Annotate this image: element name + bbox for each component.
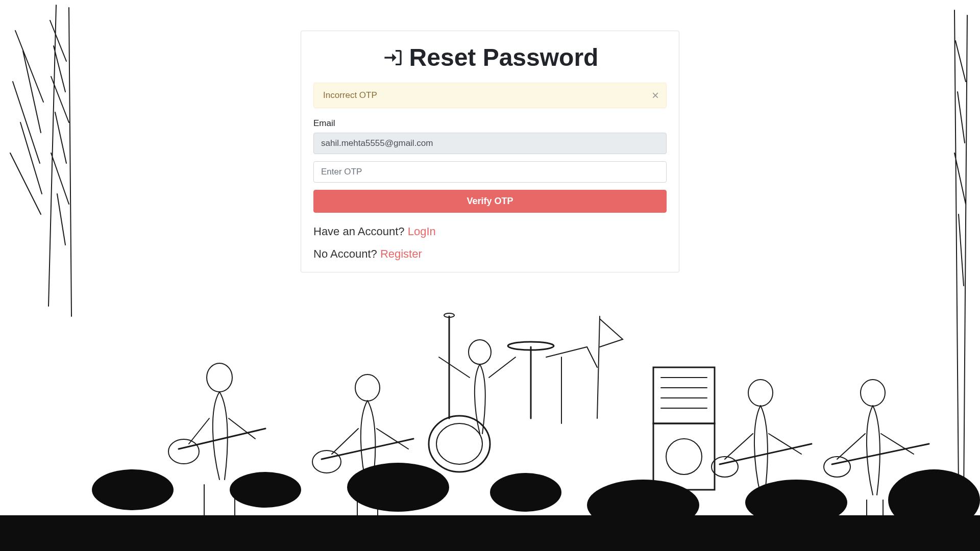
register-link[interactable]: Register [380, 247, 422, 260]
alert-message: Incorrect OTP [323, 90, 377, 100]
register-prompt-row: No Account? Register [313, 247, 667, 261]
page-title-text: Reset Password [409, 43, 599, 71]
alert-close-button[interactable]: × [652, 89, 659, 102]
login-prompt-row: Have an Account? LogIn [313, 225, 667, 238]
svg-point-18 [230, 472, 301, 508]
svg-rect-24 [0, 515, 980, 551]
svg-point-20 [490, 473, 561, 512]
login-link[interactable]: LogIn [408, 225, 436, 238]
email-label: Email [313, 118, 667, 129]
page-title: Reset Password [313, 43, 667, 71]
login-prompt-text: Have an Account? [313, 225, 408, 238]
sign-in-icon [382, 47, 404, 68]
reset-password-card: Reset Password Incorrect OTP × Email Ver… [301, 31, 679, 272]
svg-point-19 [347, 463, 449, 512]
register-prompt-text: No Account? [313, 247, 380, 260]
alert-warning: Incorrect OTP × [313, 83, 667, 108]
svg-point-17 [92, 469, 174, 510]
verify-otp-button[interactable]: Verify OTP [313, 190, 667, 213]
email-group: Email [313, 118, 667, 154]
email-field[interactable] [313, 133, 667, 154]
otp-field[interactable] [313, 161, 667, 183]
otp-group [313, 161, 667, 183]
